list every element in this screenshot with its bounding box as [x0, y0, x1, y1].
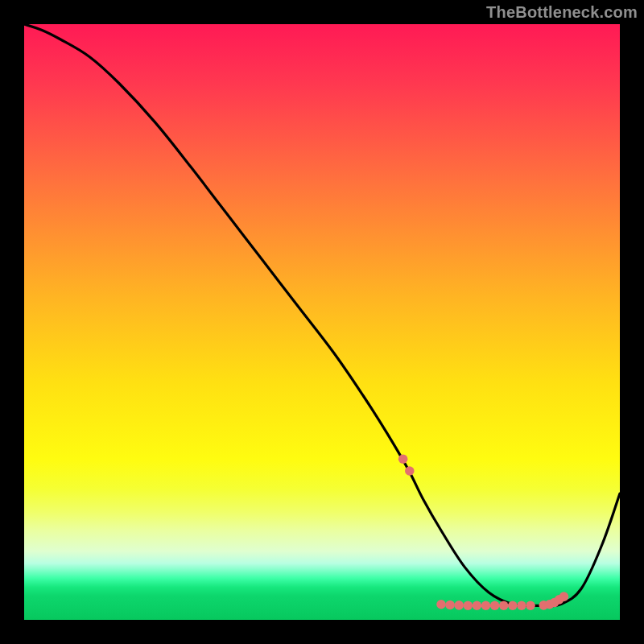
- marker-dot: [499, 601, 509, 610]
- marker-dot: [464, 601, 473, 610]
- chart-svg: [24, 24, 620, 620]
- marker-dot: [490, 601, 500, 610]
- marker-dot: [526, 601, 535, 610]
- marker-dot: [445, 601, 455, 610]
- marker-dot: [405, 466, 415, 476]
- marker-dot: [481, 601, 491, 610]
- marker-dot: [436, 600, 446, 609]
- marker-dot: [454, 601, 464, 610]
- marker-dot: [517, 601, 526, 610]
- marker-dot: [473, 601, 482, 610]
- watermark-text: TheBottleneck.com: [486, 3, 638, 22]
- plot-area: [24, 24, 620, 620]
- marker-dot: [398, 454, 408, 464]
- marker-dot: [559, 592, 569, 601]
- gradient-background: [24, 24, 620, 620]
- chart-frame: TheBottleneck.com: [0, 0, 644, 644]
- marker-dot: [508, 601, 518, 610]
